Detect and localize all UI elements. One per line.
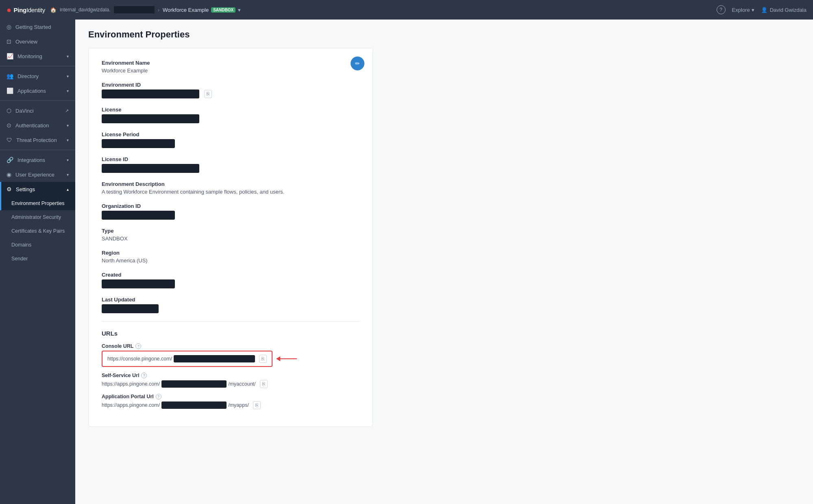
davinci-icon: ⬡ bbox=[7, 107, 11, 114]
console-url-help-icon[interactable]: ? bbox=[135, 343, 141, 349]
sidebar-item-applications[interactable]: ⬜ Applications ▾ bbox=[0, 83, 75, 98]
env-selector[interactable]: Workforce Example SANDBOX ▾ bbox=[163, 7, 241, 13]
sidebar-item-getting-started[interactable]: ◎ Getting Started bbox=[0, 20, 75, 34]
type-row: Type SANDBOX bbox=[102, 228, 360, 242]
applications-icon: ⬜ bbox=[7, 87, 13, 94]
sidebar-item-integrations[interactable]: 🔗 Integrations ▾ bbox=[0, 153, 75, 167]
sidebar-item-authentication[interactable]: ⊙ Authentication ▾ bbox=[0, 118, 75, 133]
sidebar-item-monitoring[interactable]: 📈 Monitoring ▾ bbox=[0, 49, 75, 63]
app-portal-prefix: https://apps.pingone.com/ bbox=[102, 402, 160, 408]
breadcrumb-account: internal_davidgwizdala. bbox=[60, 7, 111, 13]
sidebar-item-davinci[interactable]: ⬡ DaVinci ↗ bbox=[0, 103, 75, 118]
sandbox-badge: SANDBOX bbox=[211, 7, 235, 13]
explore-label: Explore bbox=[732, 7, 750, 13]
env-description-label: Environment Description bbox=[102, 181, 360, 187]
overview-icon: ⊡ bbox=[7, 38, 11, 45]
sidebar-label-directory: Directory bbox=[17, 73, 39, 79]
self-service-copy-button[interactable]: ⎘ bbox=[260, 380, 268, 388]
sidebar-item-threat-protection[interactable]: 🛡 Threat Protection ▾ bbox=[0, 133, 75, 147]
env-description-row: Environment Description A testing Workfo… bbox=[102, 181, 360, 195]
urls-title: URLs bbox=[102, 330, 360, 337]
explore-button[interactable]: Explore ▾ bbox=[732, 7, 754, 13]
sidebar-divider-1 bbox=[0, 66, 75, 66]
env-name: Workforce Example bbox=[163, 7, 209, 13]
getting-started-icon: ◎ bbox=[7, 24, 11, 30]
sidebar-item-overview[interactable]: ⊡ Overview bbox=[0, 34, 75, 49]
self-service-help-icon[interactable]: ? bbox=[141, 373, 147, 378]
app-portal-help-icon[interactable]: ? bbox=[156, 394, 161, 399]
console-url-redacted bbox=[174, 355, 255, 362]
sidebar-label-environment-properties: Environment Properties bbox=[11, 201, 65, 206]
settings-icon: ⚙ bbox=[7, 186, 12, 192]
dropdown-chevron-icon: ▾ bbox=[238, 7, 241, 13]
integrations-icon: 🔗 bbox=[7, 157, 13, 163]
sidebar-label-applications: Applications bbox=[17, 88, 46, 94]
sidebar-item-domains[interactable]: Domains bbox=[0, 238, 75, 252]
region-label: Region bbox=[102, 250, 360, 256]
sidebar-label-sender: Sender bbox=[11, 256, 28, 262]
explore-chevron-icon: ▾ bbox=[752, 7, 754, 13]
settings-chevron-icon: ▴ bbox=[67, 187, 69, 192]
main-content: Environment Properties ✏ Environment Nam… bbox=[75, 20, 813, 504]
user-experience-icon: ◉ bbox=[7, 171, 11, 178]
env-name-value: Workforce Example bbox=[102, 68, 360, 74]
help-button[interactable]: ? bbox=[717, 5, 726, 14]
sidebar-divider-2 bbox=[0, 100, 75, 101]
edit-button[interactable]: ✏ bbox=[351, 57, 364, 70]
sidebar-item-environment-properties[interactable]: Environment Properties bbox=[0, 196, 75, 210]
app-portal-copy-button[interactable]: ⎘ bbox=[253, 401, 261, 409]
license-period-redacted bbox=[102, 139, 175, 148]
sidebar-item-certificates-key-pairs[interactable]: Certificates & Key Pairs bbox=[0, 224, 75, 238]
red-arrow-indicator bbox=[277, 358, 297, 359]
authentication-icon: ⊙ bbox=[7, 122, 11, 129]
sidebar-label-user-experience: User Experience bbox=[15, 172, 54, 178]
logo-ping: ● bbox=[7, 5, 11, 15]
sidebar-item-sender[interactable]: Sender bbox=[0, 252, 75, 266]
integrations-chevron-icon: ▾ bbox=[67, 158, 69, 162]
license-period-row: License Period bbox=[102, 131, 360, 148]
org-id-row: Organization ID bbox=[102, 203, 360, 220]
topbar-right: ? Explore ▾ 👤 David Gwizdala bbox=[717, 5, 806, 14]
sidebar: ◎ Getting Started ⊡ Overview 📈 Monitorin… bbox=[0, 20, 75, 504]
console-url-value: https://console.pingone.com/ ⎘ bbox=[107, 355, 267, 363]
created-row: Created bbox=[102, 272, 360, 288]
sidebar-item-settings[interactable]: ⚙ Settings ▴ bbox=[0, 182, 75, 196]
self-service-url-row: Self-Service Url ? https://apps.pingone.… bbox=[102, 373, 360, 388]
sidebar-label-threat-protection: Threat Protection bbox=[16, 137, 57, 143]
env-id-copy-button[interactable]: ⎘ bbox=[204, 90, 212, 98]
user-menu[interactable]: 👤 David Gwizdala bbox=[761, 7, 806, 13]
env-id-redacted bbox=[102, 89, 199, 98]
sidebar-label-getting-started: Getting Started bbox=[15, 24, 51, 30]
monitoring-chevron-icon: ▾ bbox=[67, 54, 69, 59]
license-id-row: License ID bbox=[102, 156, 360, 173]
davinci-external-icon: ↗ bbox=[65, 108, 69, 113]
sidebar-item-directory[interactable]: 👥 Directory ▾ bbox=[0, 69, 75, 83]
directory-chevron-icon: ▾ bbox=[67, 74, 69, 79]
applications-chevron-icon: ▾ bbox=[67, 89, 69, 93]
console-url-label: Console URL ? bbox=[102, 343, 360, 349]
home-icon[interactable]: 🏠 bbox=[50, 7, 57, 13]
sidebar-divider-3 bbox=[0, 150, 75, 150]
app-portal-suffix: /myapps/ bbox=[228, 402, 249, 408]
self-service-url-label: Self-Service Url ? bbox=[102, 373, 360, 378]
license-id-redacted bbox=[102, 164, 199, 173]
sidebar-label-monitoring: Monitoring bbox=[17, 53, 42, 59]
sidebar-label-administrator-security: Administrator Security bbox=[11, 214, 61, 220]
env-id-row: Environment ID ⎘ bbox=[102, 82, 360, 98]
license-redacted bbox=[102, 114, 199, 123]
license-row: License bbox=[102, 107, 360, 123]
self-service-prefix: https://apps.pingone.com/ bbox=[102, 381, 160, 387]
app-portal-url-value: https://apps.pingone.com//myapps/ ⎘ bbox=[102, 401, 360, 409]
directory-icon: 👥 bbox=[7, 73, 13, 79]
logo-text: PingIdentity bbox=[14, 7, 45, 13]
region-value: North America (US) bbox=[102, 257, 360, 264]
org-id-redacted bbox=[102, 211, 175, 220]
urls-section: URLs Console URL ? https://console.pingo… bbox=[102, 330, 360, 409]
sidebar-item-administrator-security[interactable]: Administrator Security bbox=[0, 210, 75, 224]
sidebar-item-user-experience[interactable]: ◉ User Experience ▾ bbox=[0, 167, 75, 182]
sidebar-label-certificates-key-pairs: Certificates & Key Pairs bbox=[11, 228, 65, 234]
console-url-prefix: https://console.pingone.com/ bbox=[107, 356, 172, 362]
env-name-label: Environment Name bbox=[102, 60, 360, 66]
last-updated-row: Last Updated bbox=[102, 297, 360, 313]
console-url-copy-button[interactable]: ⎘ bbox=[259, 355, 267, 363]
